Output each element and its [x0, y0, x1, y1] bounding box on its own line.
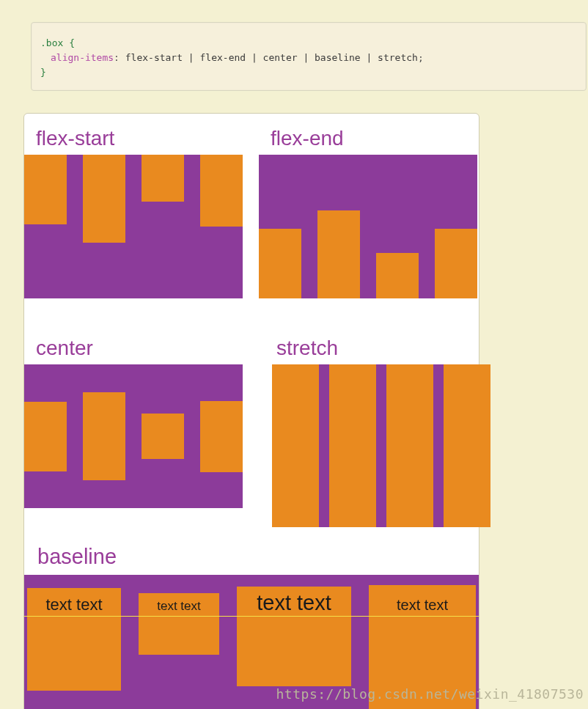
- label-center: center: [24, 323, 250, 364]
- demo-row-2: center stretch: [24, 323, 479, 527]
- flex-item: [83, 155, 125, 243]
- flex-item: [317, 210, 360, 298]
- baseline-item-text: text text: [257, 591, 331, 615]
- label-baseline: baseline: [24, 527, 479, 575]
- flexbox-stretch: [272, 364, 490, 527]
- baseline-item: text text: [237, 587, 351, 686]
- flex-item: [259, 229, 301, 298]
- flex-item: [272, 364, 319, 527]
- demo-card: flex-start flex-end center: [23, 113, 479, 709]
- cell-stretch: stretch: [250, 323, 479, 527]
- flex-item: [24, 155, 67, 224]
- baseline-item: text text: [27, 588, 121, 691]
- flex-item: [444, 364, 490, 527]
- code-block: .box { align-items: flex-start | flex-en…: [31, 22, 587, 91]
- label-stretch: stretch: [265, 323, 479, 364]
- code-colon: :: [114, 52, 120, 63]
- flex-item: [24, 402, 67, 471]
- code-semicolon: ;: [418, 52, 424, 63]
- baseline-guide-line: [24, 616, 479, 617]
- flex-item: [386, 364, 433, 527]
- code-line-3: }: [40, 65, 577, 80]
- flex-item: [142, 414, 184, 459]
- flex-item: [83, 392, 125, 480]
- baseline-item-text: text text: [397, 597, 448, 614]
- code-property: align-items: [51, 52, 114, 63]
- code-value: flex-start | flex-end | center | baselin…: [125, 52, 418, 63]
- baseline-item-text: text text: [45, 595, 102, 614]
- flex-item: [329, 364, 376, 527]
- code-brace-close: }: [40, 67, 46, 78]
- flexbox-flex-end: [259, 155, 477, 298]
- baseline-item: text text: [139, 593, 219, 655]
- watermark-text: https://blog.csdn.net/weixin_41807530: [276, 686, 584, 702]
- code-brace-open: {: [69, 37, 75, 48]
- flex-item: [142, 155, 184, 202]
- flexbox-flex-start: [24, 155, 243, 298]
- label-flex-start: flex-start: [24, 114, 244, 155]
- cell-center: center: [24, 323, 250, 527]
- cell-flex-start: flex-start: [24, 114, 244, 298]
- flex-item: [376, 253, 419, 298]
- code-line-1: .box {: [40, 36, 577, 51]
- flexbox-center: [24, 364, 243, 508]
- flex-item: [200, 155, 243, 227]
- label-flex-end: flex-end: [259, 114, 479, 155]
- demo-row-1: flex-start flex-end: [24, 114, 479, 298]
- flex-item: [435, 229, 477, 298]
- baseline-item-text: text text: [157, 599, 201, 614]
- cell-baseline: baseline text text text text text text t…: [24, 527, 479, 709]
- code-selector: .box: [40, 37, 63, 48]
- cell-flex-end: flex-end: [244, 114, 479, 298]
- flex-item: [200, 401, 243, 472]
- code-line-2: align-items: flex-start | flex-end | cen…: [40, 51, 577, 65]
